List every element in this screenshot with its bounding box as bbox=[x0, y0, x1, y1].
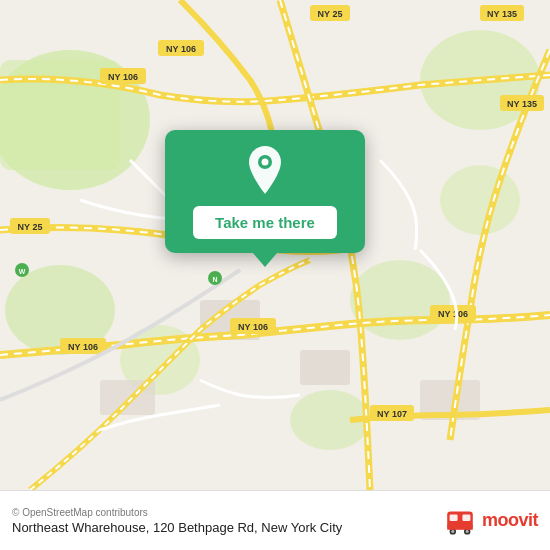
moovit-icon bbox=[444, 505, 476, 537]
location-pin-icon bbox=[241, 148, 289, 196]
map-container: NY 106 NY 25 NY 135 NY 135 NY 106 NY 25 … bbox=[0, 0, 550, 490]
svg-point-48 bbox=[466, 529, 469, 532]
bottom-bar-info: © OpenStreetMap contributors Northeast W… bbox=[12, 507, 342, 535]
svg-point-47 bbox=[451, 529, 454, 532]
moovit-logo: moovit bbox=[444, 505, 538, 537]
svg-text:NY 106: NY 106 bbox=[68, 342, 98, 352]
svg-text:NY 106: NY 106 bbox=[438, 309, 468, 319]
svg-text:NY 135: NY 135 bbox=[507, 99, 537, 109]
svg-text:NY 106: NY 106 bbox=[108, 72, 138, 82]
svg-text:NY 25: NY 25 bbox=[18, 222, 43, 232]
svg-rect-43 bbox=[450, 514, 458, 520]
svg-text:NY 135: NY 135 bbox=[487, 9, 517, 19]
svg-point-6 bbox=[350, 260, 450, 340]
address-text: Northeast Wharehouse, 120 Bethpage Rd, N… bbox=[12, 520, 342, 535]
svg-text:N: N bbox=[212, 276, 217, 283]
popup-card: Take me there bbox=[165, 130, 365, 253]
svg-text:NY 106: NY 106 bbox=[238, 322, 268, 332]
svg-point-41 bbox=[262, 159, 269, 166]
take-me-there-button[interactable]: Take me there bbox=[193, 206, 337, 239]
svg-rect-44 bbox=[462, 514, 470, 520]
svg-point-7 bbox=[440, 165, 520, 235]
svg-rect-49 bbox=[447, 525, 473, 530]
svg-text:NY 106: NY 106 bbox=[166, 44, 196, 54]
svg-rect-10 bbox=[300, 350, 350, 385]
copyright-text: © OpenStreetMap contributors bbox=[12, 507, 342, 518]
svg-text:NY 25: NY 25 bbox=[318, 9, 343, 19]
bottom-bar: © OpenStreetMap contributors Northeast W… bbox=[0, 490, 550, 550]
svg-text:NY 107: NY 107 bbox=[377, 409, 407, 419]
svg-text:W: W bbox=[19, 268, 26, 275]
moovit-label: moovit bbox=[482, 510, 538, 531]
